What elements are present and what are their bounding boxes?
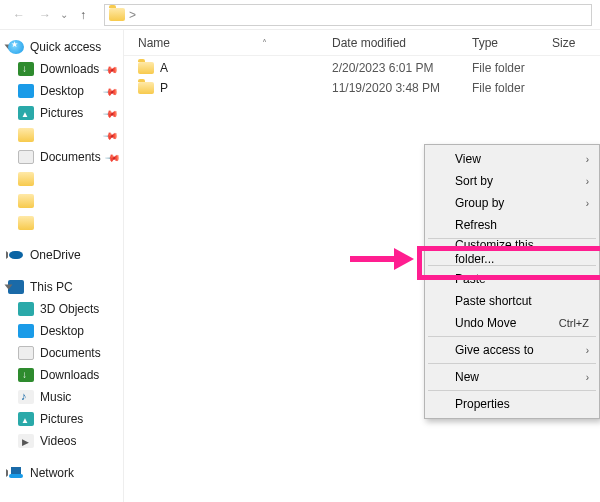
dropdown-chev-icon[interactable]: ⌄ (60, 9, 68, 20)
sidebar-item-music[interactable]: Music (4, 386, 119, 408)
sidebar-network[interactable]: Network (4, 462, 119, 484)
sidebar-item-pictures[interactable]: Pictures📌 (4, 102, 119, 124)
folder-icon (138, 82, 154, 94)
network-icon (8, 466, 24, 480)
sidebar-this-pc[interactable]: This PC (4, 276, 119, 298)
menu-item-properties[interactable]: Properties (427, 393, 597, 415)
navigation-bar: ← → ⌄ ↑ > (0, 0, 600, 30)
menu-separator (428, 390, 596, 391)
file-list-pane[interactable]: Name˄ Date modified Type Size A 2/20/202… (124, 30, 600, 502)
sidebar-item-desktop-2[interactable]: Desktop (4, 320, 119, 342)
pictures-icon (18, 106, 34, 120)
downloads-icon (18, 62, 34, 76)
menu-separator (428, 336, 596, 337)
folder-icon (18, 172, 34, 186)
pin-icon: 📌 (103, 105, 119, 121)
cube-icon (18, 302, 34, 316)
sidebar-item-3d-objects[interactable]: 3D Objects (4, 298, 119, 320)
sidebar-item-videos[interactable]: Videos (4, 430, 119, 452)
sidebar-item-pictures-2[interactable]: Pictures (4, 408, 119, 430)
column-header-type[interactable]: Type (472, 36, 552, 50)
back-button[interactable]: ← (8, 4, 30, 26)
sort-asc-icon: ˄ (262, 38, 267, 49)
menu-item-view[interactable]: View› (427, 148, 597, 170)
menu-separator (428, 363, 596, 364)
music-icon (18, 390, 34, 404)
chevron-right-icon: › (586, 154, 589, 165)
folder-icon (18, 216, 34, 230)
file-name: P (160, 81, 168, 95)
up-button[interactable]: ↑ (72, 4, 94, 26)
address-bar[interactable]: > (104, 4, 592, 26)
chevron-right-icon: › (586, 198, 589, 209)
downloads-icon (18, 368, 34, 382)
sidebar-item-documents-2[interactable]: Documents (4, 342, 119, 364)
menu-item-sort-by[interactable]: Sort by› (427, 170, 597, 192)
file-date: 2/20/2023 6:01 PM (332, 61, 472, 75)
menu-item-paste-shortcut[interactable]: Paste shortcut (427, 290, 597, 312)
sidebar-item-desktop[interactable]: Desktop📌 (4, 80, 119, 102)
pin-icon: 📌 (105, 149, 121, 165)
context-menu: View› Sort by› Group by› Refresh Customi… (424, 144, 600, 419)
sidebar-item-folder-1[interactable]: 📌 (4, 124, 119, 146)
breadcrumb-sep: > (129, 8, 136, 22)
file-name: A (160, 61, 168, 75)
pin-icon: 📌 (103, 83, 119, 99)
menu-item-customize[interactable]: Customize this folder... (427, 241, 597, 263)
chevron-right-icon: › (586, 345, 589, 356)
navigation-pane: Quick access Downloads📌 Desktop📌 Picture… (0, 30, 124, 502)
file-date: 11/19/2020 3:48 PM (332, 81, 472, 95)
file-type: File folder (472, 81, 552, 95)
folder-icon (138, 62, 154, 74)
menu-item-refresh[interactable]: Refresh (427, 214, 597, 236)
pictures-icon (18, 412, 34, 426)
arrow-up-icon: ↑ (80, 8, 86, 22)
star-icon (8, 40, 24, 54)
sidebar-item-folder-3[interactable] (4, 190, 119, 212)
sidebar-item-documents[interactable]: Documents📌 (4, 146, 119, 168)
sidebar-item-downloads[interactable]: Downloads📌 (4, 58, 119, 80)
annotation-arrow (350, 256, 396, 262)
menu-item-paste[interactable]: Paste (427, 268, 597, 290)
folder-icon (18, 194, 34, 208)
column-header-name[interactable]: Name˄ (132, 36, 332, 50)
file-row[interactable]: A 2/20/2023 6:01 PM File folder (132, 58, 592, 78)
chevron-right-icon: › (586, 372, 589, 383)
folder-icon (18, 128, 34, 142)
menu-item-undo-move[interactable]: Undo MoveCtrl+Z (427, 312, 597, 334)
sidebar-item-folder-2[interactable] (4, 168, 119, 190)
column-header-size[interactable]: Size (552, 36, 592, 50)
column-headers: Name˄ Date modified Type Size (124, 30, 600, 56)
sidebar-item-downloads-2[interactable]: Downloads (4, 364, 119, 386)
menu-item-give-access[interactable]: Give access to› (427, 339, 597, 361)
arrow-left-icon: ← (13, 8, 25, 22)
shortcut-label: Ctrl+Z (559, 317, 589, 329)
folder-icon (109, 8, 125, 21)
menu-item-new[interactable]: New› (427, 366, 597, 388)
chevron-right-icon: › (586, 176, 589, 187)
menu-item-group-by[interactable]: Group by› (427, 192, 597, 214)
sidebar-quick-access[interactable]: Quick access (4, 36, 119, 58)
documents-icon (18, 346, 34, 360)
desktop-icon (18, 84, 34, 98)
pin-icon: 📌 (103, 127, 119, 143)
cloud-icon (8, 248, 24, 262)
pin-icon: 📌 (103, 61, 119, 77)
column-header-date[interactable]: Date modified (332, 36, 472, 50)
sidebar-item-folder-4[interactable] (4, 212, 119, 234)
desktop-icon (18, 324, 34, 338)
arrow-right-icon: → (39, 8, 51, 22)
forward-button[interactable]: → (34, 4, 56, 26)
sidebar-onedrive[interactable]: OneDrive (4, 244, 119, 266)
file-row[interactable]: P 11/19/2020 3:48 PM File folder (132, 78, 592, 98)
videos-icon (18, 434, 34, 448)
file-type: File folder (472, 61, 552, 75)
documents-icon (18, 150, 34, 164)
